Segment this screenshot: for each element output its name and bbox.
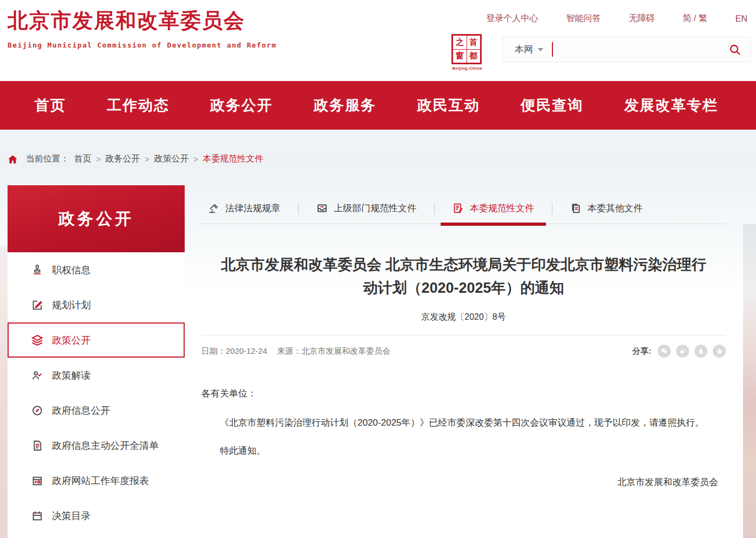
- article-body: 各有关单位： 《北京市塑料污染治理行动计划（2020-2025年）》已经市委深改…: [201, 385, 726, 492]
- plan-edit-icon: [30, 299, 44, 311]
- star-icon: [716, 347, 724, 355]
- sidebar-item-decision-catalog[interactable]: 决策目录: [8, 498, 185, 533]
- breadcrumb: 当前位置： 首页 > 政务公开 > 政策公开 > 本委规范性文件: [8, 153, 756, 165]
- paragraph: 特此通知。: [201, 442, 726, 460]
- nav-item-development-reform-column[interactable]: 发展改革专栏: [624, 96, 718, 115]
- compass-icon: [30, 405, 44, 416]
- article-title: 北京市发展和改革委员会 北京市生态环境局关于印发北京市塑料污染治理行动计划（20…: [221, 253, 707, 300]
- sidebar-item-label: 政府网站工作年度报表: [52, 474, 149, 487]
- search-scope-dropdown[interactable]: 本网: [515, 43, 543, 56]
- breadcrumb-label: 当前位置：: [26, 153, 69, 165]
- tab-committee-other-documents[interactable]: 本委其他文件: [567, 193, 646, 224]
- seal-char: 窗: [453, 49, 467, 63]
- tab-divider: [434, 203, 435, 214]
- breadcrumb-home[interactable]: 首页: [74, 153, 91, 165]
- salutation: 各有关单位：: [201, 385, 726, 403]
- document-type-tabs: 法律法规规章 上级部门规范性文件 本委规范性文件 本委其他文件: [201, 193, 726, 224]
- wechat-icon: [660, 347, 669, 355]
- simplified-traditional-toggle[interactable]: 简 / 繁: [683, 13, 707, 24]
- sidebar-item-authority-info[interactable]: 职权信息: [8, 252, 185, 287]
- search-input[interactable]: [553, 37, 728, 62]
- login-personal-center-link[interactable]: 登录个人中心: [486, 13, 538, 24]
- sidebar-item-proactive-disclosure-list[interactable]: 政府信息主动公开全清单: [8, 428, 185, 463]
- tab-laws-regulations[interactable]: 法律法规规章: [205, 193, 284, 224]
- paragraph: 《北京市塑料污染治理行动计划（2020-2025年）》已经市委深改委第十四次会议…: [201, 411, 726, 435]
- site-logo[interactable]: 北京市发展和改革委员会 Beijing Municipal Commission…: [8, 7, 276, 49]
- breadcrumb-policy-disclosure[interactable]: 政策公开: [154, 153, 188, 165]
- layers-icon: [30, 334, 44, 347]
- sidebar-item-policy-disclosure[interactable]: 政策公开: [8, 322, 185, 358]
- page: 北京市发展和改革委员会 Beijing Municipal Commission…: [0, 0, 756, 538]
- signature: 北京市发展和改革委员会: [201, 473, 726, 492]
- sidebar-item-gov-info-disclosure[interactable]: 政府信息公开: [8, 393, 185, 428]
- sidebar-item-label: 政府信息公开: [52, 404, 110, 417]
- nav-item-gov-affairs-disclosure[interactable]: 政务公开: [210, 96, 273, 115]
- interpretation-icon: [30, 369, 44, 381]
- main-panel: 法律法规规章 上级部门规范性文件 本委规范性文件 本委其他文件 北: [201, 185, 726, 533]
- smart-qa-link[interactable]: 智能问答: [566, 13, 600, 24]
- favorite-share-button[interactable]: [713, 345, 726, 358]
- utility-links: 登录个人中心 智能问答 无障碍 简 / 繁 EN: [486, 13, 747, 24]
- gavel-icon: [208, 203, 219, 214]
- search-bar: 本网: [502, 37, 751, 62]
- doc-copy-icon: [570, 203, 582, 214]
- document-list-icon: [30, 440, 44, 452]
- sidebar-item-label: 决策目录: [52, 509, 91, 522]
- sidebar: 政务公开 职权信息 规划计划: [8, 185, 185, 533]
- site-header: 北京市发展和改革委员会 Beijing Municipal Commission…: [0, 0, 756, 81]
- english-link[interactable]: EN: [735, 14, 747, 24]
- sidebar-item-label: 政府信息主动公开全清单: [52, 439, 159, 452]
- beijing-china-seal-logo[interactable]: 之 首 窗 都 Beijing-China: [451, 34, 483, 71]
- seal-char: 首: [467, 36, 480, 49]
- decision-catalog-icon: [30, 510, 44, 522]
- breadcrumb-separator: >: [145, 155, 149, 164]
- sidebar-item-label: 职权信息: [52, 264, 91, 277]
- tab-label: 法律法规规章: [225, 202, 280, 214]
- sidebar-item-policy-interpretation[interactable]: 政策解读: [8, 358, 185, 393]
- sidebar-item-label: 政策解读: [52, 369, 91, 382]
- site-subtitle: Beijing Municipal Commission of Developm…: [8, 41, 276, 49]
- nav-item-gov-services[interactable]: 政务服务: [314, 96, 376, 115]
- breadcrumb-gov-disclosure[interactable]: 政务公开: [105, 153, 140, 165]
- search-button[interactable]: [728, 43, 741, 56]
- sidebar-item-label: 政策公开: [52, 334, 91, 347]
- sidebar-item-label: 规划计划: [52, 299, 91, 312]
- wechat-share-button[interactable]: [658, 345, 671, 358]
- article-meta-row: 日期：2020-12-24 来源：北京市发展和改革委员会 分享:: [201, 335, 726, 358]
- article-meta: 日期：2020-12-24 来源：北京市发展和改革委员会: [201, 346, 390, 357]
- accessibility-link[interactable]: 无障碍: [629, 13, 654, 24]
- sidebar-item-planning[interactable]: 规划计划: [8, 287, 185, 322]
- breadcrumb-current: 本委规范性文件: [203, 153, 264, 165]
- chevron-down-icon: [538, 48, 543, 51]
- breadcrumb-separator: >: [193, 155, 198, 164]
- nav-item-home[interactable]: 首页: [35, 96, 66, 115]
- qq-icon: [697, 347, 705, 355]
- tab-committee-normative-documents[interactable]: 本委规范性文件: [449, 193, 537, 224]
- annual-report-icon: [30, 475, 44, 487]
- seal-caption: Beijing-China: [451, 66, 483, 71]
- source-label: 来源：: [277, 346, 301, 355]
- search-scope-label: 本网: [515, 43, 533, 56]
- search-icon: [728, 43, 741, 56]
- sidebar-item-website-annual-report[interactable]: 政府网站工作年度报表: [8, 463, 185, 498]
- tab-label: 上级部门规范性文件: [334, 202, 416, 214]
- article-date: 2020-12-24: [226, 346, 267, 355]
- sidebar-menu: 职权信息 规划计划 政策公开: [8, 252, 185, 533]
- breadcrumb-separator: >: [96, 155, 100, 164]
- weibo-share-button[interactable]: [676, 345, 689, 358]
- tab-label: 本委其他文件: [588, 202, 643, 214]
- doc-edit-icon: [453, 203, 464, 214]
- share-label: 分享:: [632, 346, 651, 357]
- inbox-icon: [316, 203, 328, 214]
- nav-item-public-interaction[interactable]: 政民互动: [417, 96, 480, 115]
- tab-divider: [552, 203, 552, 214]
- date-label: 日期：: [201, 346, 226, 355]
- article-source: 北京市发展和改革委员会: [301, 346, 390, 355]
- qq-share-button[interactable]: [694, 345, 707, 358]
- site-title: 北京市发展和改革委员会: [8, 7, 276, 35]
- nav-item-work-dynamics[interactable]: 工作动态: [107, 96, 170, 115]
- tab-superior-normative-documents[interactable]: 上级部门规范性文件: [313, 193, 420, 224]
- nav-item-convenient-inquiry[interactable]: 便民查询: [521, 96, 583, 115]
- tab-label: 本委规范性文件: [470, 202, 534, 214]
- seal-char: 之: [453, 36, 467, 49]
